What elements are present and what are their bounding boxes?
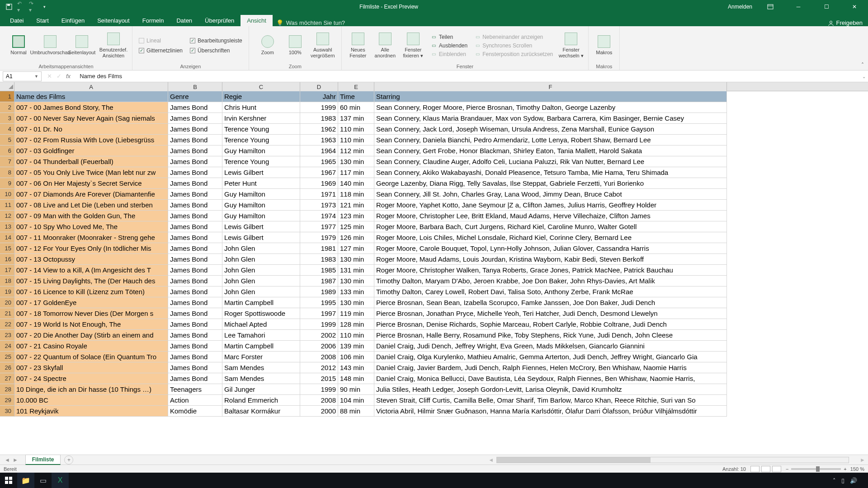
chk-gitter[interactable]: ✓Gitternetzlinien <box>139 47 183 54</box>
select-all-corner[interactable] <box>0 82 14 91</box>
cell[interactable]: James Bond <box>168 221 222 232</box>
cell[interactable]: James Bond <box>168 362 222 373</box>
cell[interactable]: 007 - 10 Spy Who Loved Me, The <box>14 221 168 232</box>
cell[interactable]: Lewis Gilbert <box>222 221 300 232</box>
cell[interactable]: 88 min <box>338 406 374 417</box>
view-pagebreak[interactable]: Umbruchvorschau <box>35 29 65 62</box>
taskview-icon[interactable]: ▭ <box>34 473 52 488</box>
qat-custom-icon[interactable]: ▾ <box>41 3 48 10</box>
col-header-F[interactable]: F <box>374 82 727 91</box>
cell[interactable]: 007 - 09 Man with the Golden Gun, The <box>14 211 168 221</box>
cell[interactable]: Genre <box>168 91 222 102</box>
cell[interactable]: 101 Reykjavik <box>14 406 168 417</box>
cell[interactable]: Sean Connery, Jill St. John, Charles Gra… <box>374 189 727 200</box>
redo-icon[interactable]: ↷ ▾ <box>29 3 36 10</box>
row-header[interactable]: 5 <box>0 135 14 145</box>
cell[interactable]: 007 - 00 Never Say Never Again (Sag niem… <box>14 113 168 124</box>
zoom-in-icon[interactable]: + <box>844 466 846 472</box>
cell[interactable]: 2008 <box>300 395 338 406</box>
cell[interactable]: Komödie <box>168 406 222 417</box>
sheet-nav-prev-icon[interactable]: ◄ <box>5 457 10 463</box>
cell[interactable]: 123 min <box>338 211 374 221</box>
cell[interactable]: 130 min <box>338 297 374 308</box>
cell[interactable]: Martin Campbell <box>222 341 300 352</box>
row-header[interactable]: 4 <box>0 124 14 135</box>
cell[interactable]: 007 - 00 James Bond Story, The <box>14 102 168 113</box>
cell[interactable]: 1965 <box>300 156 338 167</box>
cell[interactable]: 2006 <box>300 341 338 352</box>
cell[interactable]: 007 - 21 Casino Royale <box>14 341 168 352</box>
explorer-icon[interactable]: 📁 <box>17 473 34 488</box>
cell[interactable]: 1983 <box>300 113 338 124</box>
cell[interactable]: 1967 <box>300 167 338 178</box>
cell[interactable]: 2012 <box>300 362 338 373</box>
row-header[interactable]: 16 <box>0 254 14 265</box>
cell[interactable]: Michael Apted <box>222 319 300 330</box>
cell[interactable]: Terence Young <box>222 124 300 135</box>
cell[interactable]: John Glen <box>222 286 300 297</box>
cell[interactable]: 1973 <box>300 200 338 211</box>
cell[interactable]: 007 - 18 Tomorrow Never Dies (Der Morgen… <box>14 308 168 319</box>
cell[interactable]: Roger Moore, Christopher Walken, Tanya R… <box>374 265 727 276</box>
cell[interactable]: James Bond <box>168 102 222 113</box>
ribbon-tab-einfügen[interactable]: Einfügen <box>55 15 91 26</box>
cell[interactable]: 1964 <box>300 145 338 156</box>
cell[interactable]: Terence Young <box>222 156 300 167</box>
col-header-D[interactable]: D <box>300 82 338 91</box>
zoom-out-icon[interactable]: − <box>786 466 788 472</box>
cell[interactable]: Name des Films <box>14 91 168 102</box>
cell[interactable]: 1987 <box>300 276 338 286</box>
cell[interactable]: 10.000 BC <box>14 395 168 406</box>
scroll-right-icon[interactable]: ► <box>857 457 868 463</box>
col-header-C[interactable]: C <box>222 82 300 91</box>
zoom-btn[interactable]: Zoom <box>253 29 283 62</box>
cell[interactable]: Roger Moore, Yaphet Kotto, Jane Seymour … <box>374 200 727 211</box>
cell[interactable]: 007 - 20 Die Another Day (Stirb an einem… <box>14 330 168 341</box>
cell[interactable]: 007 - 06 On Her Majesty`s Secret Service <box>14 178 168 189</box>
cell[interactable]: Teenagers <box>168 384 222 395</box>
close-button[interactable]: ✕ <box>844 0 864 14</box>
ribbon-tab-ansicht[interactable]: Ansicht <box>241 15 273 26</box>
cell[interactable]: Sam Mendes <box>222 373 300 384</box>
cell[interactable]: Lewis Gilbert <box>222 167 300 178</box>
cell[interactable]: George Lazenby, Diana Rigg, Telly Savala… <box>374 178 727 189</box>
view-pagelayout[interactable]: Seitenlayout <box>67 29 97 62</box>
cell[interactable]: 007 - 24 Spectre <box>14 373 168 384</box>
col-header-A[interactable]: A <box>14 82 168 91</box>
macros-btn[interactable]: Makros <box>592 29 616 62</box>
collapse-ribbon-icon[interactable]: ˄ <box>857 26 868 70</box>
cell[interactable]: James Bond <box>168 232 222 243</box>
cell[interactable]: 007 - 05 You Only Live Twice (Man lebt n… <box>14 167 168 178</box>
col-header-B[interactable]: B <box>168 82 222 91</box>
cell[interactable]: 007 - 03 Goldfinger <box>14 145 168 156</box>
cell[interactable]: 130 min <box>338 156 374 167</box>
cell[interactable]: Sean Connery, Roger Moore, Pierce Brosna… <box>374 102 727 113</box>
view-pagelayout-btn[interactable] <box>761 466 770 472</box>
cell[interactable]: 2000 <box>300 406 338 417</box>
cell[interactable]: 007 - 04 Thunderball (Feuerball) <box>14 156 168 167</box>
tell-me[interactable]: 💡 Was möchten Sie tun? <box>276 19 345 26</box>
cell[interactable]: James Bond <box>168 189 222 200</box>
cell[interactable]: James Bond <box>168 341 222 352</box>
cell[interactable]: Sam Mendes <box>222 362 300 373</box>
row-header[interactable]: 8 <box>0 167 14 178</box>
cell[interactable]: 110 min <box>338 124 374 135</box>
cell[interactable]: 1977 <box>300 221 338 232</box>
cell[interactable]: Guy Hamilton <box>222 145 300 156</box>
cell[interactable]: James Bond <box>168 113 222 124</box>
cell[interactable]: 127 min <box>338 243 374 254</box>
row-header[interactable]: 28 <box>0 384 14 395</box>
cell[interactable]: 110 min <box>338 135 374 145</box>
cell[interactable]: 007 - 16 Licence to Kill (Lizenz zum Töt… <box>14 286 168 297</box>
cell[interactable]: Marc Forster <box>222 352 300 362</box>
cell[interactable]: 007 - 01 Dr. No <box>14 124 168 135</box>
row-header[interactable]: 7 <box>0 156 14 167</box>
cell[interactable]: 1995 <box>300 297 338 308</box>
cell[interactable]: 119 min <box>338 308 374 319</box>
chevron-down-icon[interactable]: ▼ <box>34 74 38 79</box>
row-header[interactable]: 2 <box>0 102 14 113</box>
cell[interactable]: Steven Strait, Cliff Curtis, Camilla Bel… <box>374 395 727 406</box>
row-header[interactable]: 21 <box>0 308 14 319</box>
zoom-slider[interactable] <box>791 468 841 470</box>
cell[interactable]: 1962 <box>300 124 338 135</box>
